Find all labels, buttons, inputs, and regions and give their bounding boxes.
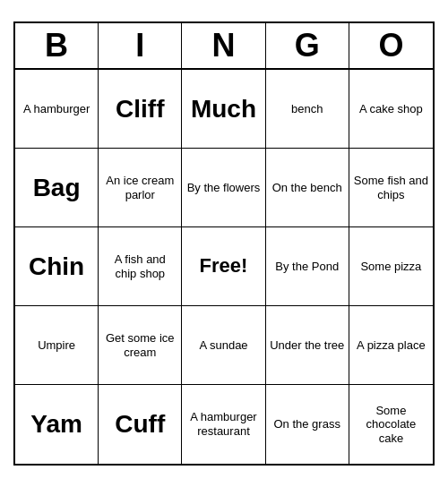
bingo-cell: Some pizza (349, 227, 433, 306)
bingo-cell: Umpire (15, 306, 99, 385)
bingo-cell: Some fish and chips (349, 149, 433, 227)
bingo-cell: A fish and chip shop (99, 227, 182, 306)
bingo-cell: Yam (15, 385, 99, 464)
header-letter: B (15, 23, 99, 68)
bingo-cell: Cliff (99, 70, 182, 149)
bingo-cell: bench (266, 70, 349, 149)
bingo-cell: By the flowers (182, 149, 265, 227)
bingo-cell: On the grass (266, 385, 349, 464)
bingo-cell: A cake shop (349, 70, 433, 149)
bingo-grid: A hamburgerCliffMuchbenchA cake shopBagA… (15, 70, 433, 464)
bingo-cell: Much (182, 70, 265, 149)
bingo-cell: Under the tree (266, 306, 349, 385)
header-letter: G (266, 23, 349, 68)
bingo-cell: On the bench (266, 149, 349, 227)
header-letter: N (182, 23, 265, 68)
bingo-cell: An ice cream parlor (99, 149, 182, 227)
bingo-cell: A hamburger (15, 70, 99, 149)
bingo-cell: A pizza place (349, 306, 433, 385)
bingo-cell: Get some ice cream (99, 306, 182, 385)
header-letter: O (349, 23, 433, 68)
bingo-cell: Bag (15, 149, 99, 227)
bingo-cell: Free! (182, 227, 265, 306)
bingo-card: BINGO A hamburgerCliffMuchbenchA cake sh… (13, 21, 435, 466)
bingo-header: BINGO (15, 23, 433, 70)
bingo-cell: Cuff (99, 385, 182, 464)
bingo-cell: A sundae (182, 306, 265, 385)
bingo-cell: By the Pond (266, 227, 349, 306)
bingo-cell: Chin (15, 227, 99, 306)
header-letter: I (99, 23, 182, 68)
bingo-cell: A hamburger restaurant (182, 385, 265, 464)
bingo-cell: Some chocolate cake (349, 385, 433, 464)
